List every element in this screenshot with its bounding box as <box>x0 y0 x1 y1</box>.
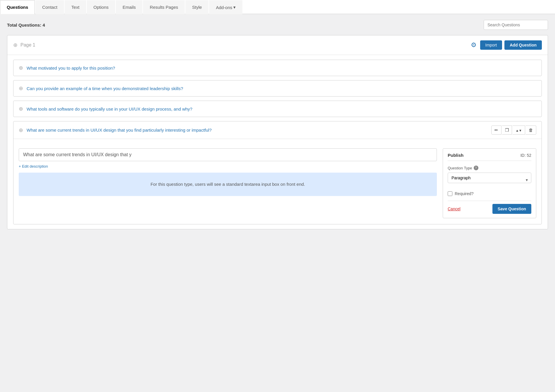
chevron-down-icon: ▾ <box>233 5 236 10</box>
tab-questions[interactable]: Questions <box>0 0 35 14</box>
help-icon[interactable]: ? <box>474 166 478 170</box>
publish-panel: Publish ID: 52 Question Type ? Paragraph <box>443 148 536 218</box>
questions-list: ⊕ What motivated you to apply for this p… <box>7 55 548 229</box>
question-action-buttons: ✏ ❐ ▲▼ 🗑 <box>491 125 536 135</box>
tab-bar: Questions Contact Text Options Emails Re… <box>0 0 555 14</box>
question-left-panel: + Edit description For this question typ… <box>19 148 437 218</box>
tab-style[interactable]: Style <box>185 0 208 14</box>
required-label: Required? <box>455 191 474 196</box>
publish-actions: Cancel Save Question <box>448 201 531 214</box>
publish-title: Publish <box>448 153 463 158</box>
add-question-button[interactable]: Add Question <box>504 40 542 50</box>
publish-id: ID: 52 <box>520 153 531 158</box>
page-content: Total Questions: 4 ⊕ Page 1 ⚙ Import Add… <box>0 14 555 235</box>
edit-question-button[interactable]: ✏ <box>491 125 501 135</box>
question-row: ⊕ Can you provide an example of a time w… <box>13 80 542 97</box>
tab-emails[interactable]: Emails <box>116 0 142 14</box>
copy-icon: ❐ <box>505 128 509 133</box>
expanded-question-body: + Edit description For this question typ… <box>13 142 542 224</box>
page-drag-handle[interactable]: ⊕ <box>13 42 18 48</box>
delete-icon: 🗑 <box>529 128 533 133</box>
expanded-question-header: ⊕ What are some current trends in UI/UX … <box>13 121 542 139</box>
tab-add-ons[interactable]: Add-ons ▾ <box>209 0 242 14</box>
tab-results-pages[interactable]: Results Pages <box>143 0 185 14</box>
question-drag-handle[interactable]: ⊕ <box>19 127 23 133</box>
save-question-button[interactable]: Save Question <box>492 204 531 214</box>
page-block-header: ⊕ Page 1 ⚙ Import Add Question <box>7 35 548 55</box>
page-block: ⊕ Page 1 ⚙ Import Add Question ⊕ What mo… <box>7 35 548 229</box>
delete-question-button[interactable]: 🗑 <box>526 125 536 135</box>
question-type-select-wrapper: Paragraph Short Text Multiple Choice Che… <box>448 173 531 187</box>
move-question-button[interactable]: ▲▼ <box>513 125 525 135</box>
question-type-label: Question Type ? <box>448 166 531 170</box>
question-title-input[interactable] <box>19 148 437 161</box>
question-row: ⊕ What motivated you to apply for this p… <box>13 60 542 76</box>
question-row-expanded: ⊕ What are some current trends in UI/UX … <box>13 121 542 224</box>
edit-description-link[interactable]: + Edit description <box>19 164 437 169</box>
page-actions: ⚙ Import Add Question <box>470 40 542 50</box>
publish-panel-container: Publish ID: 52 Question Type ? Paragraph <box>443 148 536 218</box>
question-text[interactable]: Can you provide an example of a time whe… <box>27 86 536 91</box>
required-checkbox[interactable] <box>448 191 452 196</box>
tab-text[interactable]: Text <box>65 0 86 14</box>
import-button[interactable]: Import <box>480 40 502 50</box>
tab-options[interactable]: Options <box>87 0 116 14</box>
tab-contact[interactable]: Contact <box>35 0 64 14</box>
question-text[interactable]: What tools and software do you typically… <box>27 106 536 111</box>
search-input[interactable] <box>484 20 548 30</box>
page-settings-button[interactable]: ⚙ <box>470 40 478 50</box>
question-drag-handle[interactable]: ⊕ <box>19 85 23 92</box>
question-drag-handle[interactable]: ⊕ <box>19 106 23 112</box>
required-row: Required? <box>448 191 531 196</box>
edit-icon: ✏ <box>494 128 498 133</box>
question-type-select[interactable]: Paragraph Short Text Multiple Choice Che… <box>448 173 531 183</box>
page-label: ⊕ Page 1 <box>13 42 35 48</box>
question-row: ⊕ What tools and software do you typical… <box>13 101 542 117</box>
publish-panel-header: Publish ID: 52 <box>448 153 531 161</box>
gear-icon: ⚙ <box>471 41 477 49</box>
paragraph-preview: For this question type, users will see a… <box>19 173 437 196</box>
header-row: Total Questions: 4 <box>7 20 548 30</box>
move-icon: ▲▼ <box>516 129 522 132</box>
copy-question-button[interactable]: ❐ <box>502 125 512 135</box>
question-drag-handle[interactable]: ⊕ <box>19 65 23 71</box>
cancel-button[interactable]: Cancel <box>448 207 461 211</box>
expanded-question-text[interactable]: What are some current trends in UI/UX de… <box>27 128 488 133</box>
total-questions: Total Questions: 4 <box>7 23 45 27</box>
question-text[interactable]: What motivated you to apply for this pos… <box>27 66 536 71</box>
